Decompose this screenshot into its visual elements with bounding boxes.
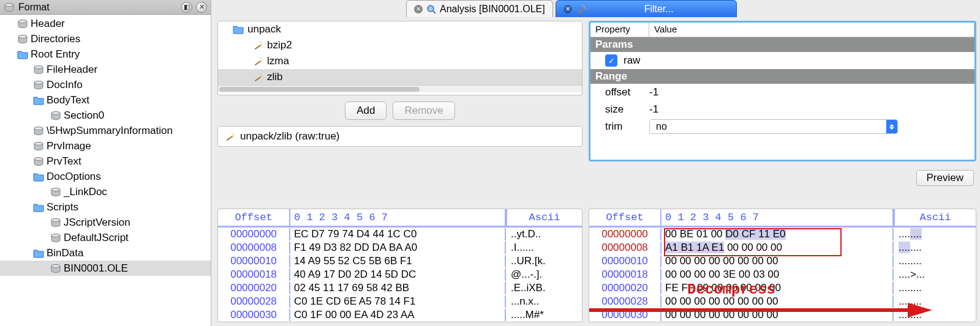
sidebar-collapse-button[interactable]: ◧ <box>181 2 192 13</box>
folder-icon <box>33 202 44 212</box>
range-offset-row[interactable]: offset -1 <box>590 84 974 101</box>
tree-item-label: BinData <box>47 247 83 259</box>
tree-item[interactable]: JScriptVersion <box>0 215 211 230</box>
hex-ascii: ........ <box>894 309 976 321</box>
tree-item[interactable]: Directories <box>0 31 211 46</box>
tab-filter[interactable]: ✕ Filter... <box>556 0 737 17</box>
tree-item-label: BodyText <box>47 94 89 106</box>
unpack-item[interactable]: bzip2 <box>218 37 582 53</box>
hex-row: 0000000000 BE 01 00 D0 CF 11 E0........ <box>589 228 976 241</box>
close-icon[interactable]: ✕ <box>414 5 423 13</box>
tree-item-label: DefaultJScript <box>64 232 129 244</box>
size-value: -1 <box>649 103 658 116</box>
unpack-item[interactable]: zlib <box>218 69 582 85</box>
hex-bytes: C0 1E CD 6E A5 78 14 F1 <box>290 295 506 308</box>
tree-item[interactable]: Section0 <box>0 108 211 123</box>
hex-pane-right[interactable]: Offset 0 1 2 3 4 5 6 7 Ascii 0000000000 … <box>589 209 976 322</box>
hex-bytes: 00 00 00 00 00 00 00 00 <box>662 309 894 321</box>
unpack-item[interactable]: lzma <box>218 53 582 69</box>
sidebar: Format ◧ ✕ HeaderDirectoriesRoot EntryFi… <box>0 0 211 326</box>
tree-item-label: FileHeader <box>47 64 97 76</box>
hex-bytes: EC D7 79 74 D4 44 1C C0 <box>290 228 506 240</box>
hex-ascii: @...-.]. <box>506 269 582 281</box>
unpack-tree[interactable]: unpackbzip2lzmazlib <box>218 21 582 85</box>
chevron-updown-icon[interactable] <box>886 120 897 133</box>
h-scrollbar[interactable] <box>218 85 582 92</box>
tree-item-label: PrvImage <box>47 140 91 152</box>
hex-header: Offset 0 1 2 3 4 5 6 7 Ascii <box>218 209 582 228</box>
param-raw-label: raw <box>624 54 640 67</box>
tree-item-label: \5HwpSummaryInformation <box>47 125 173 137</box>
database-icon <box>33 81 44 89</box>
database-icon <box>33 127 44 135</box>
hex-col-offset: Offset <box>589 209 662 226</box>
hex-offset: 00000020 <box>218 282 290 294</box>
hex-offset: 00000018 <box>589 269 662 281</box>
close-icon[interactable]: ✕ <box>564 5 572 13</box>
tab-analysis[interactable]: ✕ Analysis [BIN0001.OLE] <box>406 0 553 17</box>
tree-item[interactable]: FileHeader <box>0 62 211 77</box>
preview-button[interactable]: Preview <box>916 170 974 186</box>
tree-item[interactable]: Header <box>0 16 211 31</box>
hex-col-ascii: Ascii <box>506 209 582 226</box>
hex-row: 00000008F1 49 D3 82 DD DA BA A0.I...... <box>218 241 582 254</box>
hex-ascii: .I...... <box>506 242 582 254</box>
hex-ascii: ..yt.D.. <box>506 228 582 240</box>
range-size-row[interactable]: size -1 <box>590 101 974 118</box>
hex-row: 0000002002 45 11 17 69 58 42 BB.E..iXB. <box>218 281 582 295</box>
database-icon <box>50 111 61 120</box>
database-icon <box>50 234 61 242</box>
hex-row: 0000002800 00 00 00 00 00 00 00........ <box>589 295 976 308</box>
param-raw-row[interactable]: ✓ raw <box>590 52 974 69</box>
tree-item-label: Header <box>31 18 65 30</box>
folder-icon <box>33 95 44 105</box>
add-button[interactable]: Add <box>345 102 386 120</box>
tree-item[interactable]: BIN0001.OLE <box>0 261 211 276</box>
property-header: Property Value <box>590 23 974 37</box>
hex-row: 00000030C0 1F 00 00 EA 4D 23 AA.....M#* <box>218 308 582 322</box>
wand-icon <box>252 56 263 66</box>
tab-bar: ✕ Analysis [BIN0001.OLE] ✕ Filter... <box>211 0 980 17</box>
tree-item-label: _LinkDoc <box>64 186 107 198</box>
database-icon <box>33 65 44 74</box>
hex-row: 0000001840 A9 17 D0 2D 14 5D DC@...-.]. <box>218 268 582 281</box>
tree-item[interactable]: PrvImage <box>0 138 211 154</box>
tree-item[interactable]: PrvText <box>0 154 211 169</box>
remove-button[interactable]: Remove <box>393 102 454 120</box>
wand-icon <box>252 72 263 82</box>
tree-item[interactable]: DocOptions <box>0 169 211 184</box>
database-icon <box>17 20 28 28</box>
range-trim-row[interactable]: trim no <box>590 118 974 135</box>
checkbox-checked-icon[interactable]: ✓ <box>605 54 617 67</box>
tree-item[interactable]: \5HwpSummaryInformation <box>0 123 211 138</box>
offset-key: offset <box>605 86 643 98</box>
hex-pane-left[interactable]: Offset 0 1 2 3 4 5 6 7 Ascii 00000000EC … <box>217 209 582 322</box>
tree-view[interactable]: HeaderDirectoriesRoot EntryFileHeaderDoc… <box>0 15 211 326</box>
tree-item[interactable]: BinData <box>0 245 211 261</box>
sidebar-close-button[interactable]: ✕ <box>196 2 207 13</box>
tree-item[interactable]: DefaultJScript <box>0 230 211 245</box>
tree-item[interactable]: Root Entry <box>0 46 211 62</box>
tree-item[interactable]: Scripts <box>0 199 211 215</box>
search-icon <box>426 4 436 14</box>
unpack-root[interactable]: unpack <box>218 21 582 37</box>
tree-item-label: JScriptVersion <box>64 217 130 229</box>
tree-item[interactable]: DocInfo <box>0 77 211 92</box>
database-icon <box>50 264 61 273</box>
hex-bytes: FE FF 09 00 06 00 00 00 <box>662 282 894 294</box>
main-area: ✕ Analysis [BIN0001.OLE] ✕ Filter... unp… <box>211 0 980 326</box>
folder-icon <box>233 24 244 34</box>
hex-ascii: .E..iXB. <box>506 282 582 294</box>
tree-item[interactable]: BodyText <box>0 92 211 108</box>
hex-offset: 00000020 <box>589 282 662 294</box>
path-text: unpack/zlib (raw:true) <box>240 130 340 143</box>
trim-select[interactable]: no <box>649 119 898 134</box>
hex-bytes: 40 A9 17 D0 2D 14 5D DC <box>290 269 506 281</box>
folder-icon <box>33 172 44 182</box>
sidebar-title: Format <box>18 2 178 13</box>
right-column: Property Value Params ✓ raw Range offset… <box>589 21 976 209</box>
tree-item[interactable]: _LinkDoc <box>0 184 211 199</box>
app-root: Format ◧ ✕ HeaderDirectoriesRoot EntryFi… <box>0 0 980 326</box>
hex-row: 00000000EC D7 79 74 D4 44 1C C0..yt.D.. <box>218 228 582 241</box>
hex-row: 00000008A1 B1 1A E1 00 00 00 00........ <box>589 241 976 254</box>
